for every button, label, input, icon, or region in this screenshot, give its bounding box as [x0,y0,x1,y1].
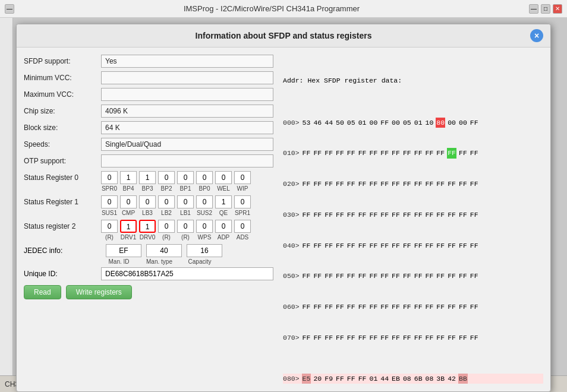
chip-size-input[interactable] [101,105,273,118]
bit-cell-sr1-4: 0 [177,195,194,208]
bit-name-bp2: BP2 [158,185,175,192]
bit-name-adp: ADP [215,234,232,241]
sfdp-support-input[interactable] [101,55,273,68]
right-panel: Addr: Hex SFDP register data: 000> 53464… [283,55,543,392]
hex-header: Addr: Hex SFDP register data: [283,75,543,86]
status-register-2-section: Status register 2 0 1 1 0 0 0 0 0 [24,220,273,241]
min-vcc-input[interactable] [101,71,273,84]
max-vcc-input[interactable] [101,88,273,101]
bit-name-sus2: SUS2 [196,210,213,216]
bit-cell-sr0-5: 0 [196,171,213,184]
uid-label: Unique ID: [24,270,101,278]
hex-line-040: 040> FFFFFFFFFFFFFFFFFFFFFFFFFFFFFFFF [283,241,543,251]
title-bar: — IMSProg - I2C/MicroWire/SPI CH341a Pro… [0,0,567,18]
bit-name-lb3: LB3 [139,210,156,216]
status-register-2-bits: 0 1 1 0 0 0 0 0 [101,220,251,233]
status-register-0-row: Status Register 0 0 1 1 0 0 0 0 0 [24,171,273,184]
bit-cell-sr2-6: 0 [215,220,232,233]
bit-name-drv0: DRV0 [139,234,156,241]
title-bar-controls: — □ ✕ [529,4,562,14]
jedec-sub-man-id: Man. ID [101,258,137,265]
bit-name-lb1: LB1 [177,210,194,216]
speeds-input[interactable] [101,138,273,151]
bit-name-qe: QE [215,210,232,216]
bit-name-spr0: SPR0 [101,185,118,192]
jedec-sub-capacity: Capacity [182,258,218,265]
bit-name-drv1: DRV1 [120,234,137,241]
uid-input[interactable] [101,267,273,280]
jedec-section: JEDEC info: EF 40 16 Man. ID Man. type C… [24,244,273,265]
bit-name-bp0: BP0 [196,185,213,192]
hex-display: Addr: Hex SFDP register data: 000> 53464… [283,55,543,392]
bit-cell-sr1-3: 0 [158,195,175,208]
bit-name-sus1: SUS1 [101,210,118,216]
bit-cell-sr0-6: 0 [215,171,232,184]
hex-line-020: 020> FFFFFFFFFFFFFFFFFFFFFFFFFFFFFFFF [283,179,543,189]
bit-cell-sr0-7: 0 [234,171,251,184]
block-size-label: Block size: [24,124,101,132]
main-area: Information about SFDP and status regist… [0,18,567,375]
window-title: IMSProg - I2C/MicroWire/SPI CH341a Progr… [14,4,529,13]
jedec-man-type: 40 [146,244,182,257]
status-register-1-section: Status Register 1 0 0 0 0 0 0 1 0 [24,195,273,216]
status-register-0-bit-names: SPR0 BP4 BP3 BP2 BP1 BP0 WEL WIP [101,185,273,192]
status-register-2-row: Status register 2 0 1 1 0 0 0 0 0 [24,220,273,233]
read-button[interactable]: Read [24,285,61,299]
sfdp-support-label: SFDP support: [24,57,101,65]
bit-cell-sr1-1: 0 [120,195,137,208]
bit-cell-sr0-1: 1 [120,171,137,184]
hex-line-050: 050> FFFFFFFFFFFFFFFFFFFFFFFFFFFFFFFF [283,271,543,281]
dialog-header: Information about SFDP and status regist… [17,24,550,48]
dialog: Information about SFDP and status regist… [16,24,551,392]
block-size-row: Block size: [24,121,273,134]
max-vcc-row: Maximum VCC: [24,88,273,101]
status-register-2-label: Status register 2 [24,222,101,230]
hex-line-000: 000> 53464450050100FF00050110800000FF [283,118,543,128]
write-registers-button[interactable]: Write registers [66,285,132,299]
minimize-btn[interactable]: — [5,4,14,14]
uid-row: Unique ID: [24,267,273,280]
bit-name-r3: (R) [177,234,194,241]
bit-cell-sr1-6: 1 [215,195,232,208]
bit-cell-sr0-0: 0 [101,171,118,184]
bit-cell-sr2-4: 0 [177,220,194,233]
bit-cell-sr0-3: 0 [158,171,175,184]
otp-support-label: OTP support: [24,157,101,165]
jedec-capacity: 16 [187,244,222,257]
hex-line-070: 070> FFFFFFFFFFFFFFFFFFFFFFFFFFFFFFFF [283,333,543,343]
jedec-sub-labels: Man. ID Man. type Capacity [101,258,273,265]
dialog-title: Information about SFDP and status regist… [196,31,372,40]
left-panel: SFDP support: Minimum VCC: Maximum VCC: [24,55,273,392]
status-register-2-bit-names: (R) DRV1 DRV0 (R) (R) WPS ADP ADS [101,234,273,241]
bit-cell-sr2-0: 0 [101,220,118,233]
hex-line-060: 060> FFFFFFFFFFFFFFFFFFFFFFFFFFFFFFFF [283,302,543,312]
dialog-body: SFDP support: Minimum VCC: Maximum VCC: [17,48,550,392]
minimize-window-btn[interactable]: — [529,4,538,14]
chip-size-label: Chip size: [24,107,101,115]
jedec-sub-man-type: Man. type [141,258,177,265]
bit-cell-sr1-5: 0 [196,195,213,208]
bit-cell-sr2-7: 0 [234,220,251,233]
jedec-label: JEDEC info: [24,246,101,255]
otp-support-input[interactable] [101,154,273,167]
jedec-man-id: EF [106,244,141,257]
hex-line-080: 080> E520F9FFFFFF0144EB086B083B42BB [283,374,543,384]
block-size-input[interactable] [101,121,273,134]
maximize-window-btn[interactable]: □ [541,4,550,14]
hex-line-030: 030> FFFFFFFFFFFFFFFFFFFFFFFFFFFFFFFF [283,210,543,220]
min-vcc-label: Minimum VCC: [24,74,101,82]
status-register-0-label: Status Register 0 [24,173,101,182]
bit-name-cmp: CMP [120,210,137,216]
max-vcc-label: Maximum VCC: [24,90,101,99]
bit-cell-sr2-3: 0 [158,220,175,233]
bit-name-wel: WEL [215,185,232,192]
close-window-btn[interactable]: ✕ [553,4,562,14]
bit-name-r2: (R) [158,234,175,241]
bit-name-lb2: LB2 [158,210,175,216]
dialog-close-btn[interactable]: × [530,29,543,42]
dialog-overlay: Information about SFDP and status regist… [0,18,567,375]
bit-cell-sr2-2: 1 [139,220,156,233]
bit-cell-sr1-0: 0 [101,195,118,208]
bit-name-bp4: BP4 [120,185,137,192]
status-register-1-bit-names: SUS1 CMP LB3 LB2 LB1 SUS2 QE SPR1 [101,210,273,216]
